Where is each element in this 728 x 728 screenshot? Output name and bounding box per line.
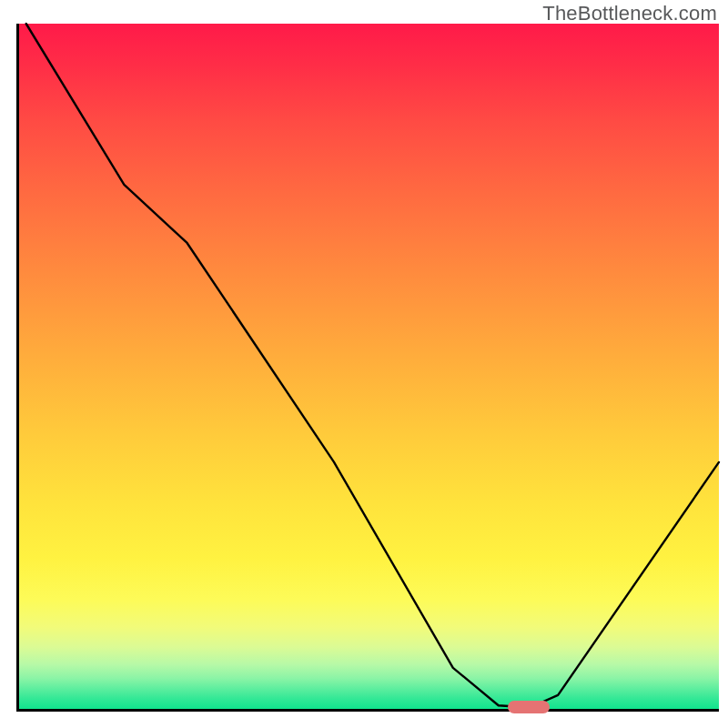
bottleneck-curve xyxy=(19,24,719,709)
sweet-spot-marker xyxy=(508,701,550,713)
plot-area xyxy=(16,24,719,712)
watermark-text: TheBottleneck.com xyxy=(542,2,717,25)
chart-container: TheBottleneck.com xyxy=(0,0,728,728)
